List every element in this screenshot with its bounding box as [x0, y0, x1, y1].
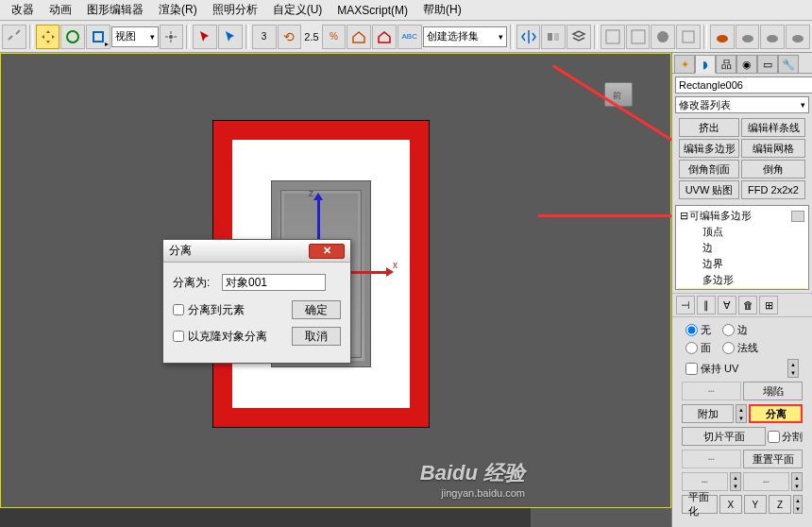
- ffd-button[interactable]: FFD 2x2x2: [741, 180, 805, 199]
- named-selection-combo[interactable]: 创建选择集: [423, 26, 507, 47]
- hierarchy-tab[interactable]: 品: [716, 55, 736, 74]
- detach-to-element-checkbox[interactable]: [173, 304, 184, 315]
- radio-none[interactable]: 无: [685, 323, 711, 337]
- edit-poly-button[interactable]: 编辑多边形: [679, 139, 739, 158]
- object-name-input[interactable]: [675, 76, 812, 94]
- close-button[interactable]: ✕: [309, 244, 345, 259]
- chamfer-profile-button[interactable]: 倒角剖面: [679, 160, 739, 178]
- preserve-uv-checkbox[interactable]: [685, 363, 698, 375]
- modifier-stack[interactable]: ⊟可编辑多边形 顶点 边 边界 多边形 元素: [675, 205, 809, 290]
- flatten-y-button[interactable]: Y: [744, 495, 767, 514]
- viewcube[interactable]: [604, 82, 633, 107]
- snap-options[interactable]: [372, 25, 397, 49]
- edit-mesh-button[interactable]: 编辑网格: [741, 139, 805, 158]
- modifier-list-combo[interactable]: 修改器列表: [675, 96, 809, 113]
- uvw-map-button[interactable]: UVW 贴图: [679, 180, 739, 199]
- edit-named-selection-button[interactable]: ABC: [398, 25, 422, 49]
- menu-item[interactable]: 改器: [4, 0, 42, 20]
- teapot-icon: [789, 28, 806, 45]
- align-button[interactable]: [541, 25, 566, 49]
- detach-as-clone-checkbox[interactable]: [173, 331, 184, 342]
- attach-button[interactable]: 附加: [682, 404, 734, 423]
- percent-snap-toggle[interactable]: %: [322, 25, 347, 49]
- stack-sub-polygon[interactable]: 多边形: [678, 272, 806, 288]
- flatten-z-button[interactable]: Z: [769, 495, 791, 514]
- pin-stack-button[interactable]: ⊣: [676, 296, 695, 314]
- spinner-snap-toggle[interactable]: [347, 25, 371, 49]
- radio-face[interactable]: 面: [685, 341, 711, 355]
- layers-button[interactable]: [567, 25, 591, 49]
- curve-editor-button[interactable]: [601, 25, 625, 49]
- select-button[interactable]: [193, 25, 217, 49]
- chamfer-button[interactable]: 倒角: [741, 160, 805, 178]
- extrude-button[interactable]: 挤出: [679, 118, 739, 137]
- flatten-x-button[interactable]: X: [719, 495, 742, 514]
- edit-spline-button[interactable]: 编辑样条线: [741, 118, 805, 137]
- stack-root[interactable]: ⊟可编辑多边形: [678, 208, 806, 224]
- schematic-view-button[interactable]: [626, 25, 651, 49]
- render-last-button[interactable]: [760, 25, 785, 49]
- remove-modifier-button[interactable]: 🗑: [738, 296, 757, 314]
- hierarchy-icon: 品: [721, 58, 732, 72]
- detach-dialog: 分离 ✕ 分离为: 分离到元素 确定 以克隆对象分离 取消: [162, 239, 351, 364]
- rotate-button[interactable]: [60, 25, 85, 49]
- scale-button[interactable]: ▸: [86, 25, 110, 49]
- material-editor-button[interactable]: [651, 25, 675, 49]
- utilities-tab[interactable]: 🔧: [778, 55, 799, 74]
- reset-plane-button[interactable]: 重置平面: [743, 450, 803, 468]
- menu-item[interactable]: MAXScript(M): [330, 2, 415, 19]
- trash-icon: 🗑: [743, 299, 753, 311]
- render-frame-button[interactable]: [710, 25, 735, 49]
- menu-item[interactable]: 渲染(R): [151, 0, 205, 20]
- stack-sub-edge[interactable]: 边: [678, 240, 806, 256]
- make-unique-button[interactable]: ∀: [718, 296, 736, 314]
- slice-plane-button[interactable]: 切片平面: [682, 427, 766, 446]
- cancel-button[interactable]: 取消: [292, 327, 341, 346]
- link-button[interactable]: [2, 25, 26, 49]
- ok-button[interactable]: 确定: [292, 300, 341, 319]
- menu-item[interactable]: 帮助(H): [415, 0, 469, 20]
- configure-button[interactable]: ⊞: [759, 296, 778, 314]
- spinner[interactable]: ▲▼: [730, 472, 741, 491]
- motion-tab[interactable]: ◉: [736, 55, 757, 74]
- stack-sub-vertex[interactable]: 顶点: [678, 224, 806, 240]
- dialog-titlebar[interactable]: 分离 ✕: [163, 240, 350, 263]
- mirror-button[interactable]: [516, 25, 541, 49]
- radio-edge[interactable]: 边: [722, 323, 748, 337]
- select-similar-button[interactable]: [218, 25, 243, 49]
- menu-item[interactable]: 照明分析: [205, 0, 265, 20]
- render-setup-button[interactable]: [676, 25, 701, 49]
- spinner[interactable]: ▲▼: [791, 472, 803, 491]
- menu-item[interactable]: 自定义(U): [265, 0, 330, 20]
- create-tab[interactable]: ✦: [674, 55, 695, 74]
- collapse-icon[interactable]: ⊟: [680, 210, 689, 222]
- menu-item[interactable]: 图形编辑器: [79, 0, 151, 20]
- button[interactable]: ┄: [682, 472, 728, 491]
- stack-display-icon[interactable]: [791, 211, 804, 222]
- flatten-button[interactable]: 平面化: [682, 495, 718, 514]
- stack-sub-element[interactable]: 元素: [678, 288, 806, 290]
- pivot-button[interactable]: [160, 25, 184, 49]
- show-end-result-button[interactable]: ∥: [697, 296, 716, 314]
- display-tab[interactable]: ▭: [757, 55, 778, 74]
- move-button[interactable]: [36, 25, 60, 49]
- stack-sub-border[interactable]: 边界: [678, 256, 806, 272]
- reference-coord-combo[interactable]: 视图: [111, 26, 159, 47]
- split-checkbox[interactable]: [768, 431, 780, 443]
- button[interactable]: ┄: [743, 472, 789, 491]
- detach-button[interactable]: 分离: [749, 404, 803, 423]
- render-button[interactable]: [736, 25, 760, 49]
- spinner[interactable]: ▲▼: [793, 495, 803, 514]
- collapse-button[interactable]: 塌陷: [743, 382, 803, 400]
- timeline-bar[interactable]: [0, 508, 531, 527]
- snap-toggle[interactable]: 3: [252, 25, 277, 49]
- quick-render-button[interactable]: [786, 25, 810, 49]
- spinner[interactable]: ▲▼: [787, 359, 799, 378]
- attach-spinner[interactable]: ▲▼: [736, 404, 747, 423]
- menu-item[interactable]: 动画: [42, 0, 79, 20]
- modify-tab[interactable]: ◗: [695, 55, 716, 74]
- display-icon: ▭: [763, 59, 772, 71]
- radio-normal[interactable]: 法线: [722, 341, 758, 355]
- angle-snap-toggle[interactable]: ⟲: [278, 25, 302, 49]
- detach-name-input[interactable]: [222, 274, 326, 291]
